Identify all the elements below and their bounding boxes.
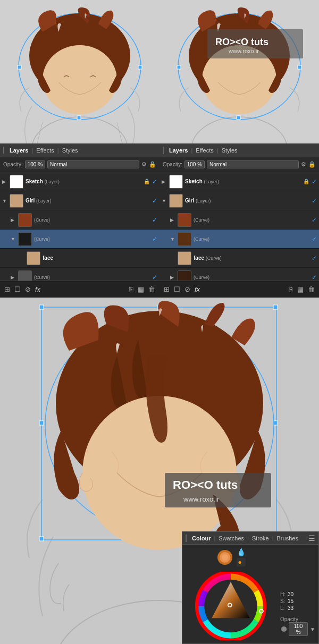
sat-label: S: <box>280 598 286 604</box>
left-layers-toolbar: ⊞ ☐ ⊘ fx ⎘ ▦ 🗑 <box>0 281 160 298</box>
opacity-dropdown[interactable]: ▼ <box>310 626 315 632</box>
left-tool-mask[interactable]: ⊘ <box>25 285 31 293</box>
right-layer-curve1[interactable]: ▶ (Curve) ✓ <box>160 210 319 230</box>
left-lock-icon[interactable]: 🔒 <box>149 161 156 168</box>
left-opacity-value[interactable]: 100 % <box>25 160 45 168</box>
color-header-divider <box>186 535 187 542</box>
right-check-c3[interactable]: ✓ <box>312 274 317 281</box>
left-tab-layers[interactable]: Layers <box>7 146 30 155</box>
right-art-area: RO><O tuts www.roxo.ir <box>160 0 319 143</box>
right-layers-panel: Layers | Effects | Styles Opacity: 100 %… <box>160 143 319 298</box>
left-tool-fx[interactable]: fx <box>35 285 40 293</box>
right-tool-delete[interactable]: 🗑 <box>308 285 315 293</box>
right-tab-styles[interactable]: Styles <box>220 146 240 155</box>
color-sep-2: | <box>247 535 249 541</box>
right-tool-mask[interactable]: ⊘ <box>184 285 190 293</box>
right-gear-icon[interactable]: ⚙ <box>301 161 306 168</box>
right-name-girl: Girl (Layer) <box>185 198 309 204</box>
color-info-area: H: 30 S: 15 L: 33 Opacity <box>280 548 315 640</box>
left-panel: Layers | Effects | Styles Opacity: 100 %… <box>0 0 160 298</box>
left-thumb-c2 <box>18 232 32 246</box>
opacity-section: Opacity 100 % ▼ <box>280 616 315 636</box>
right-thumb-c1 <box>178 213 191 227</box>
right-tab-sep-2: | <box>217 147 219 154</box>
right-tool-new-layer[interactable]: ☐ <box>174 285 180 293</box>
right-tool-dup[interactable]: ⎘ <box>289 285 293 293</box>
left-layer-curve1[interactable]: ▶ (Curve) ✓ <box>0 210 160 230</box>
left-check-girl[interactable]: ✓ <box>152 197 157 205</box>
svg-rect-7 <box>138 65 142 69</box>
left-layer-girl[interactable]: ▼ Girl (Layer) ✓ <box>0 191 160 210</box>
right-check-c2[interactable]: ✓ <box>312 235 317 243</box>
left-tab-styles[interactable]: Styles <box>60 146 80 155</box>
right-check-c1[interactable]: ✓ <box>312 216 317 224</box>
right-layer-face[interactable]: face (Curve) ✓ <box>160 249 319 268</box>
right-lock-icon[interactable]: 🔒 <box>308 161 316 168</box>
header-divider <box>3 147 4 154</box>
right-layer-sketch[interactable]: ▶ Sketch (Layer) 🔒 ✓ <box>160 172 319 191</box>
left-layer-sketch[interactable]: ▶ Sketch (Layer) 🔒 ✓ <box>0 172 160 191</box>
sat-value: 15 <box>288 598 293 604</box>
right-expand-girl: ▼ <box>162 198 167 204</box>
color-panel: Colour | Swatches | Stroke | Brushes ☰ <box>182 531 319 644</box>
left-tool-delete[interactable]: 🗑 <box>148 285 155 293</box>
left-check-sketch[interactable]: ✓ <box>152 178 157 185</box>
left-blend-mode[interactable]: Normal <box>47 160 139 168</box>
left-check-c3[interactable]: ✓ <box>152 274 157 281</box>
left-tool-layers[interactable]: ⊞ <box>4 285 10 293</box>
right-check-girl[interactable]: ✓ <box>312 197 317 205</box>
right-thumb-sketch <box>169 175 183 189</box>
right-tab-effects[interactable]: Effects <box>194 146 215 155</box>
right-name-sketch: Sketch (Layer) <box>185 179 301 184</box>
color-menu-icon[interactable]: ☰ <box>308 534 315 543</box>
opacity-slider[interactable]: 100 % ▼ <box>280 622 315 636</box>
svg-point-42 <box>222 554 228 561</box>
svg-rect-8 <box>77 116 81 120</box>
svg-rect-16 <box>298 65 301 69</box>
svg-text:www.roxo.ir: www.roxo.ir <box>228 48 259 54</box>
right-layer-curve2[interactable]: ▼ (Curve) ✓ <box>160 230 319 249</box>
right-layer-girl[interactable]: ▼ Girl (Layer) ✓ <box>160 191 319 210</box>
left-name-face1: face <box>43 255 155 261</box>
right-thumb-c2 <box>178 232 191 246</box>
color-tab-swatches[interactable]: Swatches <box>216 534 246 543</box>
right-tool-group[interactable]: ▦ <box>297 285 304 293</box>
right-check-face[interactable]: ✓ <box>312 255 317 262</box>
right-tool-layers[interactable]: ⊞ <box>164 285 170 293</box>
opacity-thumb[interactable] <box>281 626 287 632</box>
color-swatch-icon[interactable] <box>216 549 233 566</box>
right-thumb-girl <box>169 194 183 208</box>
left-check-c2[interactable]: ✓ <box>152 235 157 243</box>
right-opacity-row: Opacity: 100 % Normal ⚙ 🔒 <box>160 157 319 172</box>
right-check-sketch[interactable]: ✓ <box>312 178 317 185</box>
left-layer-curve2[interactable]: ▼ (Curve) ✓ <box>0 230 160 249</box>
left-tool-new-layer[interactable]: ☐ <box>14 285 21 293</box>
hue-value: 30 <box>288 591 293 597</box>
right-blend-mode[interactable]: Normal <box>207 160 299 168</box>
left-gear-icon[interactable]: ⚙ <box>141 161 147 168</box>
left-thumb-c1 <box>18 213 32 227</box>
color-tab-colour[interactable]: Colour <box>190 534 213 543</box>
opacity-track[interactable] <box>280 627 287 631</box>
left-opacity-row: Opacity: 100 % Normal ⚙ 🔒 <box>0 157 160 172</box>
light-value: 33 <box>288 605 293 611</box>
expand-arrow-c2: ▼ <box>11 236 16 242</box>
left-tool-group[interactable]: ▦ <box>138 285 144 293</box>
right-name-c2: (Curve) <box>194 236 309 242</box>
right-thumb-face <box>178 251 191 265</box>
color-dot-icon: ● <box>237 558 246 566</box>
color-tab-stroke[interactable]: Stroke <box>250 534 271 543</box>
color-panel-body: 💧 ● <box>182 545 318 643</box>
left-check-c1[interactable]: ✓ <box>152 216 157 224</box>
color-tab-brushes[interactable]: Brushes <box>275 534 300 543</box>
left-layer-face1[interactable]: face <box>0 249 160 268</box>
left-name-sketch: Sketch (Layer) <box>26 179 141 184</box>
right-tool-fx[interactable]: fx <box>195 285 200 293</box>
left-tool-dup[interactable]: ⎘ <box>129 285 133 293</box>
svg-text:RO><O tuts: RO><O tuts <box>215 37 268 47</box>
color-wheel[interactable] <box>191 572 270 640</box>
right-opacity-value[interactable]: 100 % <box>184 160 205 168</box>
eyedropper-icon[interactable]: 💧 <box>237 548 246 556</box>
left-tab-effects[interactable]: Effects <box>34 146 56 155</box>
right-tab-layers[interactable]: Layers <box>167 146 190 155</box>
